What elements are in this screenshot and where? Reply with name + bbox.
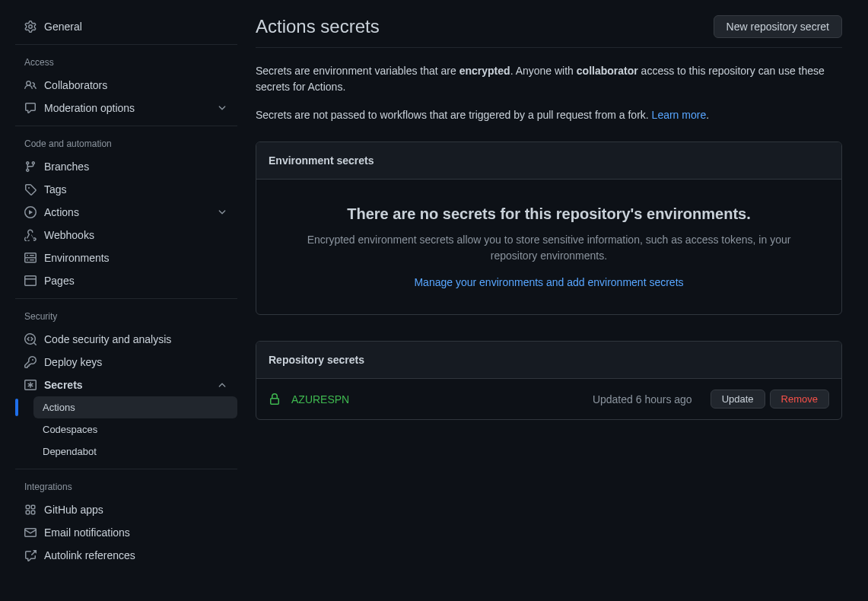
- sidebar-item-email[interactable]: Email notifications: [15, 521, 237, 544]
- mail-icon: [24, 526, 37, 539]
- sidebar-item-label: Webhooks: [44, 229, 228, 241]
- key-asterisk-icon: [24, 379, 37, 391]
- env-panel-body: There are no secrets for this repository…: [256, 180, 841, 314]
- description-1: Secrets are environment variables that a…: [256, 63, 842, 95]
- chevron-down-icon: [216, 207, 228, 218]
- sidebar-item-environments[interactable]: Environments: [15, 246, 237, 269]
- sidebar-item-label: Autolink references: [44, 549, 228, 561]
- sidebar-item-label: Email notifications: [44, 526, 228, 539]
- new-repository-secret-button[interactable]: New repository secret: [714, 15, 842, 38]
- secret-name: AZURESPN: [291, 393, 593, 405]
- manage-environments-link[interactable]: Manage your environments and add environ…: [414, 276, 683, 288]
- sidebar-item-label: Tags: [44, 183, 228, 196]
- sidebar-item-general[interactable]: General: [15, 15, 237, 38]
- page-header: Actions secrets New repository secret: [256, 15, 842, 48]
- webhook-icon: [24, 229, 37, 241]
- sidebar-item-github-apps[interactable]: GitHub apps: [15, 498, 237, 521]
- sidebar-heading-code: Code and automation: [15, 132, 237, 155]
- env-panel-header: Environment secrets: [256, 142, 841, 180]
- chevron-down-icon: [216, 103, 228, 113]
- gear-icon: [24, 21, 37, 33]
- apps-icon: [24, 504, 37, 516]
- sidebar-sub-item-actions[interactable]: Actions: [33, 396, 237, 418]
- secret-updated: Updated 6 hours ago: [593, 393, 692, 405]
- sidebar-item-pages[interactable]: Pages: [15, 269, 237, 292]
- tag-icon: [24, 183, 37, 196]
- people-icon: [24, 79, 37, 91]
- sidebar-item-deploy-keys[interactable]: Deploy keys: [15, 351, 237, 374]
- learn-more-link[interactable]: Learn more: [652, 109, 707, 121]
- sidebar-item-tags[interactable]: Tags: [15, 178, 237, 201]
- sidebar-item-label: Deploy keys: [44, 356, 228, 368]
- repository-secrets-panel: Repository secrets AZURESPN Updated 6 ho…: [256, 341, 842, 420]
- sidebar-item-secrets[interactable]: Secrets: [15, 374, 237, 396]
- browser-icon: [24, 275, 37, 287]
- sidebar-item-label: Moderation options: [44, 102, 216, 114]
- sidebar-sub-item-dependabot[interactable]: Dependabot: [33, 440, 237, 463]
- lock-icon: [269, 393, 281, 405]
- secret-row: AZURESPN Updated 6 hours ago Update Remo…: [256, 379, 841, 419]
- env-empty-title: There are no secrets for this repository…: [287, 205, 811, 223]
- codescan-icon: [24, 333, 37, 345]
- server-icon: [24, 252, 37, 264]
- sidebar-item-moderation[interactable]: Moderation options: [15, 97, 237, 119]
- page-title: Actions secrets: [256, 16, 380, 37]
- sidebar-item-label: Branches: [44, 161, 228, 173]
- remove-secret-button[interactable]: Remove: [770, 390, 829, 409]
- settings-sidebar: General Access Collaborators Moderation …: [0, 0, 237, 601]
- sidebar-item-label: Actions: [44, 206, 216, 218]
- update-secret-button[interactable]: Update: [711, 390, 765, 409]
- sidebar-heading-access: Access: [15, 51, 237, 74]
- cross-reference-icon: [24, 549, 37, 561]
- sidebar-item-label: Secrets: [44, 379, 216, 391]
- sidebar-item-collaborators[interactable]: Collaborators: [15, 74, 237, 97]
- sidebar-item-webhooks[interactable]: Webhooks: [15, 224, 237, 246]
- sidebar-heading-security: Security: [15, 305, 237, 328]
- main-content: Actions secrets New repository secret Se…: [237, 0, 868, 601]
- sidebar-item-label: GitHub apps: [44, 504, 228, 516]
- key-icon: [24, 356, 37, 368]
- sidebar-item-autolink[interactable]: Autolink references: [15, 544, 237, 567]
- sidebar-heading-integrations: Integrations: [15, 475, 237, 498]
- sidebar-item-label: General: [44, 21, 228, 33]
- description-2: Secrets are not passed to workflows that…: [256, 107, 842, 123]
- repo-panel-header: Repository secrets: [256, 342, 841, 379]
- comment-icon: [24, 102, 37, 114]
- sidebar-item-actions[interactable]: Actions: [15, 201, 237, 224]
- env-empty-text: Encrypted environment secrets allow you …: [287, 232, 811, 264]
- chevron-up-icon: [216, 380, 228, 390]
- sidebar-item-code-security[interactable]: Code security and analysis: [15, 328, 237, 351]
- sidebar-sub-item-codespaces[interactable]: Codespaces: [33, 418, 237, 440]
- sidebar-item-label: Environments: [44, 252, 228, 264]
- sidebar-item-branches[interactable]: Branches: [15, 155, 237, 178]
- sidebar-item-label: Collaborators: [44, 79, 228, 91]
- git-branch-icon: [24, 161, 37, 173]
- environment-secrets-panel: Environment secrets There are no secrets…: [256, 142, 842, 315]
- sidebar-item-label: Code security and analysis: [44, 333, 228, 345]
- sidebar-item-label: Pages: [44, 275, 228, 287]
- play-circle-icon: [24, 206, 37, 218]
